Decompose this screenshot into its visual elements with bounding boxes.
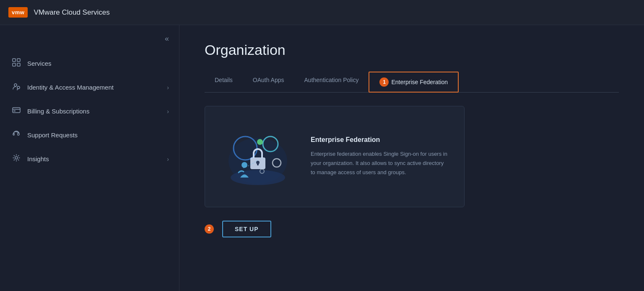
sidebar-item-support-label: Support Requests bbox=[27, 131, 78, 139]
insights-chevron-icon: › bbox=[167, 156, 169, 162]
tab-oauth-apps[interactable]: OAuth Apps bbox=[243, 72, 294, 93]
vmware-logo: vmw bbox=[8, 7, 28, 18]
sidebar-item-iam[interactable]: Identity & Access Management › bbox=[0, 75, 179, 99]
svg-rect-0 bbox=[13, 59, 16, 62]
federation-illustration bbox=[220, 123, 296, 190]
sidebar-item-iam-label: Identity & Access Management bbox=[27, 84, 114, 91]
insights-icon bbox=[11, 154, 21, 164]
svg-point-5 bbox=[17, 86, 20, 89]
billing-icon bbox=[11, 106, 21, 116]
tab-enterprise-federation[interactable]: 1 Enterprise Federation bbox=[369, 72, 459, 93]
iam-chevron-icon: › bbox=[167, 84, 169, 91]
sidebar-item-insights[interactable]: Insights › bbox=[0, 147, 179, 171]
federation-card-text: Enterprise Federation Enterprise federat… bbox=[311, 136, 449, 177]
federation-card-description: Enterprise federation enables Single Sig… bbox=[311, 149, 449, 177]
svg-point-8 bbox=[15, 157, 18, 159]
sidebar: « Services bbox=[0, 25, 179, 291]
setup-step-badge: 2 bbox=[205, 224, 214, 234]
svg-point-15 bbox=[257, 139, 263, 145]
svg-rect-18 bbox=[257, 162, 259, 165]
setup-button[interactable]: SET UP bbox=[222, 221, 271, 237]
iam-icon bbox=[11, 82, 21, 93]
collapse-button[interactable]: « bbox=[161, 33, 172, 45]
setup-area: 2 SET UP bbox=[205, 221, 619, 237]
tab-step-badge: 1 bbox=[379, 77, 389, 87]
support-icon bbox=[11, 130, 21, 140]
sidebar-item-billing-label: Billing & Subscriptions bbox=[27, 108, 89, 115]
sidebar-collapse-area: « bbox=[0, 29, 179, 52]
layout: « Services bbox=[0, 25, 644, 291]
sidebar-item-insights-label: Insights bbox=[27, 155, 49, 162]
services-icon bbox=[11, 58, 21, 69]
top-nav: vmw VMware Cloud Services bbox=[0, 0, 644, 25]
svg-rect-6 bbox=[13, 108, 20, 113]
app-title: VMware Cloud Services bbox=[34, 8, 109, 17]
svg-rect-2 bbox=[13, 63, 16, 66]
page-title: Organization bbox=[205, 42, 619, 58]
svg-rect-3 bbox=[17, 63, 20, 66]
billing-chevron-icon: › bbox=[167, 108, 169, 115]
svg-rect-1 bbox=[17, 59, 20, 62]
main-content: Organization Details OAuth Apps Authenti… bbox=[179, 25, 644, 291]
sidebar-item-billing[interactable]: Billing & Subscriptions › bbox=[0, 99, 179, 123]
sidebar-item-support[interactable]: Support Requests bbox=[0, 123, 179, 147]
sidebar-item-services[interactable]: Services bbox=[0, 52, 179, 75]
tab-details[interactable]: Details bbox=[205, 72, 243, 93]
tab-auth-policy[interactable]: Authentication Policy bbox=[294, 72, 369, 93]
svg-rect-7 bbox=[13, 111, 16, 111]
sidebar-item-services-label: Services bbox=[27, 60, 52, 67]
federation-card: Enterprise Federation Enterprise federat… bbox=[205, 106, 465, 207]
federation-card-title: Enterprise Federation bbox=[311, 136, 449, 144]
tabs-bar: Details OAuth Apps Authentication Policy… bbox=[205, 72, 619, 93]
svg-point-4 bbox=[14, 84, 17, 86]
